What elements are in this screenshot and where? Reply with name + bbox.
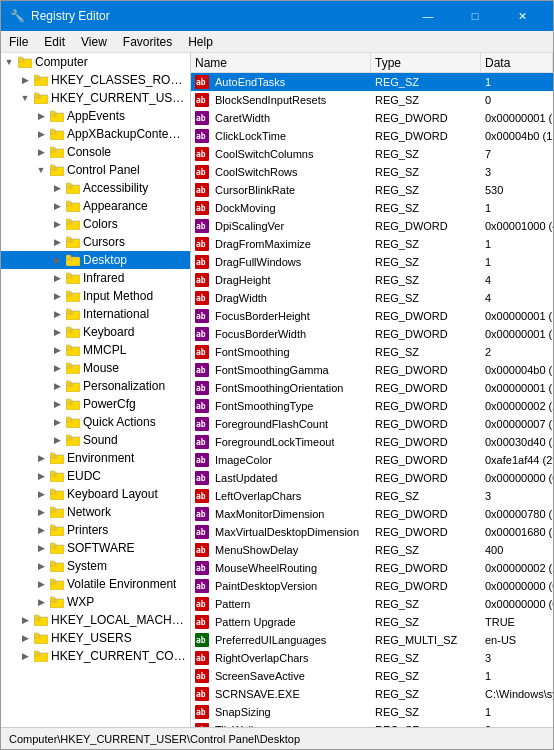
list-row[interactable]: ab SCRNSAVE.EXEREG_SZC:\Windows\system32… [191,685,553,703]
expand-icon-infrared[interactable]: ▶ [49,269,65,287]
menu-favorites[interactable]: Favorites [115,31,180,53]
expand-icon-eudc[interactable]: ▶ [33,467,49,485]
tree-item-international[interactable]: ▶ International [1,305,190,323]
list-row[interactable]: ab FocusBorderHeightREG_DWORD0x00000001 … [191,307,553,325]
expand-icon-network[interactable]: ▶ [33,503,49,521]
expand-icon-hku[interactable]: ▶ [17,629,33,647]
header-name[interactable]: Name [191,53,371,72]
expand-icon-current_user[interactable]: ▼ [17,89,33,107]
expand-icon-hklm[interactable]: ▶ [17,611,33,629]
list-row[interactable]: ab DragHeightREG_SZ4 [191,271,553,289]
expand-icon-environment[interactable]: ▶ [33,449,49,467]
tree-item-software[interactable]: ▶ SOFTWARE [1,539,190,557]
list-row[interactable]: ab MenuShowDelayREG_SZ400 [191,541,553,559]
list-row[interactable]: ab LeftOverlapCharsREG_SZ3 [191,487,553,505]
list-row[interactable]: ab DragWidthREG_SZ4 [191,289,553,307]
list-row[interactable]: ab FontSmoothingOrientationREG_DWORD0x00… [191,379,553,397]
tree-item-control_panel[interactable]: ▼ Control Panel [1,161,190,179]
list-row[interactable]: ab MaxVirtualDesktopDimensionREG_DWORD0x… [191,523,553,541]
tree-item-computer[interactable]: ▼ Computer [1,53,190,71]
list-row[interactable]: ab PaintDesktopVersionREG_DWORD0x0000000… [191,577,553,595]
tree-item-wxp[interactable]: ▶ WXP [1,593,190,611]
tree-item-mouse[interactable]: ▶ Mouse [1,359,190,377]
menu-file[interactable]: File [1,31,36,53]
tree-item-appearance[interactable]: ▶ Appearance [1,197,190,215]
expand-icon-quick_actions[interactable]: ▶ [49,413,65,431]
list-row[interactable]: ab PreferredUILanguagesREG_MULTI_SZen-US [191,631,553,649]
tree-item-eudc[interactable]: ▶ EUDC [1,467,190,485]
list-row[interactable]: ab CoolSwitchRowsREG_SZ3 [191,163,553,181]
tree-item-powercfg[interactable]: ▶ PowerCfg [1,395,190,413]
tree-item-hkcc[interactable]: ▶ HKEY_CURRENT_CONFIG [1,647,190,665]
menu-view[interactable]: View [73,31,115,53]
list-row[interactable]: ab DragFullWindowsREG_SZ1 [191,253,553,271]
tree-panel[interactable]: ▼ Computer▶ HKEY_CLASSES_ROOT▼ HKEY_CURR… [1,53,191,727]
tree-item-quick_actions[interactable]: ▶ Quick Actions [1,413,190,431]
list-row[interactable]: ab DpiScalingVerREG_DWORD0x00001000 (409… [191,217,553,235]
list-row[interactable]: ab CursorBlinkRateREG_SZ530 [191,181,553,199]
list-row[interactable]: ab FontSmoothingTypeREG_DWORD0x00000002 … [191,397,553,415]
list-row[interactable]: ab ForegroundFlashCountREG_DWORD0x000000… [191,415,553,433]
tree-item-console[interactable]: ▶ Console [1,143,190,161]
list-row[interactable]: ab ClickLockTimeREG_DWORD0x00004b0 (1200… [191,127,553,145]
expand-icon-desktop[interactable]: ▶ [49,251,65,269]
list-row[interactable]: ab LastUpdatedREG_DWORD0x00000000 (0) [191,469,553,487]
expand-icon-keyboard[interactable]: ▶ [49,323,65,341]
tree-item-current_user[interactable]: ▼ HKEY_CURRENT_USER [1,89,190,107]
header-type[interactable]: Type [371,53,481,72]
expand-icon-software[interactable]: ▶ [33,539,49,557]
expand-icon-printers[interactable]: ▶ [33,521,49,539]
minimize-button[interactable]: — [405,1,451,31]
expand-icon-accessibility[interactable]: ▶ [49,179,65,197]
tree-item-volatile_env[interactable]: ▶ Volatile Environment [1,575,190,593]
list-row[interactable]: ab FocusBorderWidthREG_DWORD0x00000001 (… [191,325,553,343]
tree-item-cursors[interactable]: ▶ Cursors [1,233,190,251]
menu-edit[interactable]: Edit [36,31,73,53]
expand-icon-international[interactable]: ▶ [49,305,65,323]
expand-icon-console[interactable]: ▶ [33,143,49,161]
list-row[interactable]: ab ForegroundLockTimeoutREG_DWORD0x00030… [191,433,553,451]
expand-icon-wxp[interactable]: ▶ [33,593,49,611]
expand-icon-system[interactable]: ▶ [33,557,49,575]
expand-icon-classes_root[interactable]: ▶ [17,71,33,89]
registry-list[interactable]: ab AutoEndTasksREG_SZ1 ab BlockSendInput… [191,73,553,727]
list-row[interactable]: ab MaxMonitorDimensionREG_DWORD0x0000078… [191,505,553,523]
tree-item-appxbackup[interactable]: ▶ AppXBackupContentType [1,125,190,143]
tree-item-desktop[interactable]: ▶ Desktop [1,251,190,269]
list-row[interactable]: ab AutoEndTasksREG_SZ1 [191,73,553,91]
list-row[interactable]: ab MouseWheelRoutingREG_DWORD0x00000002 … [191,559,553,577]
menu-help[interactable]: Help [180,31,221,53]
tree-item-classes_root[interactable]: ▶ HKEY_CLASSES_ROOT [1,71,190,89]
list-row[interactable]: ab FontSmoothingGammaREG_DWORD0x000004b0… [191,361,553,379]
tree-item-personalization[interactable]: ▶ Personalization [1,377,190,395]
list-row[interactable]: ab CaretWidthREG_DWORD0x00000001 (1) [191,109,553,127]
header-data[interactable]: Data [481,53,553,72]
expand-icon-powercfg[interactable]: ▶ [49,395,65,413]
tree-item-environment[interactable]: ▶ Environment [1,449,190,467]
close-button[interactable]: ✕ [499,1,545,31]
maximize-button[interactable]: □ [452,1,498,31]
tree-item-infrared[interactable]: ▶ Infrared [1,269,190,287]
list-row[interactable]: ab ImageColorREG_DWORD0xafe1af44 (295080… [191,451,553,469]
expand-icon-hkcc[interactable]: ▶ [17,647,33,665]
expand-icon-appevents[interactable]: ▶ [33,107,49,125]
tree-item-keyboard[interactable]: ▶ Keyboard [1,323,190,341]
list-row[interactable]: ab ScreenSaveActiveREG_SZ1 [191,667,553,685]
tree-item-network[interactable]: ▶ Network [1,503,190,521]
expand-icon-sound[interactable]: ▶ [49,431,65,449]
list-row[interactable]: ab BlockSendInputResetsREG_SZ0 [191,91,553,109]
tree-item-system[interactable]: ▶ System [1,557,190,575]
list-row[interactable]: ab Pattern UpgradeREG_SZTRUE [191,613,553,631]
list-row[interactable]: ab RightOverlapCharsREG_SZ3 [191,649,553,667]
list-row[interactable]: ab DockMovingREG_SZ1 [191,199,553,217]
expand-icon-appearance[interactable]: ▶ [49,197,65,215]
tree-item-appevents[interactable]: ▶ AppEvents [1,107,190,125]
tree-item-keyboard_layout[interactable]: ▶ Keyboard Layout [1,485,190,503]
tree-item-printers[interactable]: ▶ Printers [1,521,190,539]
expand-icon-appxbackup[interactable]: ▶ [33,125,49,143]
expand-icon-volatile_env[interactable]: ▶ [33,575,49,593]
expand-icon-computer[interactable]: ▼ [1,53,17,71]
tree-item-mmcpl[interactable]: ▶ MMCPL [1,341,190,359]
expand-icon-input_method[interactable]: ▶ [49,287,65,305]
tree-item-colors[interactable]: ▶ Colors [1,215,190,233]
